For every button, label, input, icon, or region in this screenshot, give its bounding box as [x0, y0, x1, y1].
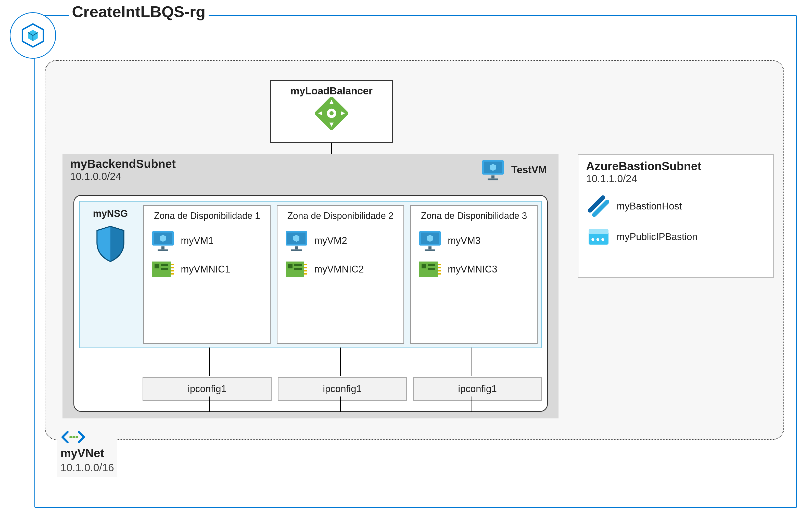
svg-rect-36 [428, 247, 431, 250]
public-ip-icon [587, 227, 610, 247]
az3-vm: myVM3 [416, 226, 532, 255]
bastion-subnet-box: AzureBastionSubnet 10.1.1.0/24 myBastion… [578, 154, 774, 278]
svg-rect-43 [438, 267, 441, 268]
availability-zone-2: Zona de Disponibilidade 2 myVM2 [277, 205, 404, 344]
az1-nic: myVMNIC1 [149, 255, 265, 283]
vnet-name: myVNet [61, 446, 114, 460]
svg-rect-20 [171, 270, 174, 271]
svg-rect-21 [171, 273, 174, 274]
svg-rect-42 [438, 264, 441, 265]
az2-nic: myVMNIC2 [282, 255, 399, 283]
svg-rect-30 [304, 264, 307, 265]
shield-icon [94, 224, 127, 263]
svg-point-2 [75, 436, 78, 438]
nic-icon [418, 259, 442, 279]
az1-nic-label: myVMNIC1 [181, 264, 230, 275]
svg-rect-29 [294, 268, 302, 270]
bastion-subnet-name: AzureBastionSubnet [586, 159, 766, 173]
svg-rect-41 [428, 268, 435, 270]
availability-zone-1: Zona de Disponibilidade 1 myVM1 [143, 205, 270, 344]
svg-rect-44 [438, 270, 441, 271]
resource-group-badge [10, 12, 56, 59]
svg-rect-15 [154, 264, 159, 268]
svg-rect-25 [291, 250, 302, 252]
connector-z3-ip [472, 347, 472, 376]
svg-rect-45 [438, 273, 441, 274]
svg-point-0 [69, 436, 72, 438]
load-balancer-icon [315, 97, 348, 130]
vm-icon [418, 229, 442, 252]
vm-icon [151, 229, 175, 252]
svg-point-48 [591, 238, 594, 241]
availability-zone-3: Zona de Disponibilidade 3 myVM3 [410, 205, 538, 344]
bastion-host-row: myBastionHost [586, 190, 766, 222]
bastion-subnet-cidr: 10.1.1.0/24 [586, 173, 766, 184]
backend-subnet-name: myBackendSubnet [70, 157, 551, 171]
nsg-container: myNSG Zona de Disponibilidade 1 [73, 195, 548, 412]
connector-ip2-out [340, 397, 341, 412]
vnet-tag: myVNet 10.1.0.0/16 [57, 430, 117, 477]
ipconfig-2: ipconfig1 [278, 377, 407, 401]
svg-rect-33 [304, 273, 307, 274]
resource-group-title: CreateIntLBQS-rg [69, 3, 209, 21]
vnet-icon [61, 430, 86, 444]
svg-point-50 [601, 238, 604, 241]
bastion-pip-label: myPublicIPBastion [617, 231, 697, 242]
svg-rect-16 [161, 264, 168, 266]
svg-rect-39 [422, 264, 426, 268]
nic-icon [284, 259, 309, 279]
connector-ip1-out [209, 397, 210, 412]
svg-rect-9 [487, 179, 498, 181]
diagram-canvas: CreateIntLBQS-rg myVNet 10.1.0.0/16 myLo… [0, 0, 812, 521]
connector-ip3-out [472, 397, 472, 412]
test-vm-row: TestVM [481, 158, 547, 181]
svg-rect-18 [171, 264, 174, 265]
svg-rect-17 [161, 268, 168, 270]
svg-rect-19 [171, 267, 174, 268]
az1-vm-label: myVM1 [181, 235, 214, 246]
vm-icon [284, 229, 309, 252]
svg-rect-8 [492, 176, 495, 179]
bastion-icon [587, 195, 610, 218]
az3-nic: myVMNIC3 [416, 255, 532, 283]
ipconfig-row: ipconfig1 ipconfig1 ipconfig1 [79, 377, 542, 401]
test-vm-label: TestVM [511, 164, 547, 176]
az3-vm-label: myVM3 [448, 235, 481, 246]
svg-point-5 [330, 111, 334, 115]
vnet-cidr: 10.1.0.0/16 [61, 461, 114, 474]
svg-rect-32 [304, 270, 307, 271]
svg-point-1 [72, 436, 75, 438]
load-balancer-label: myLoadBalancer [290, 85, 373, 97]
az1-title: Zona de Disponibilidade 1 [149, 210, 265, 221]
svg-rect-28 [294, 264, 302, 266]
vm-icon [481, 158, 505, 181]
az2-title: Zona de Disponibilidade 2 [282, 210, 399, 221]
nic-icon [151, 259, 175, 279]
svg-rect-40 [428, 264, 435, 266]
az3-nic-label: myVMNIC3 [448, 264, 497, 275]
svg-rect-24 [295, 247, 298, 250]
ipconfig-1: ipconfig1 [143, 377, 271, 401]
bastion-pip-row: myPublicIPBastion [586, 222, 766, 251]
az1-vm: myVM1 [149, 226, 265, 255]
nsg-band: myNSG Zona de Disponibilidade 1 [79, 201, 542, 348]
bastion-host-label: myBastionHost [617, 201, 682, 212]
load-balancer-box: myLoadBalancer [270, 81, 393, 143]
backend-subnet-cidr: 10.1.0.0/24 [70, 171, 551, 182]
nsg-panel: myNSG [83, 205, 137, 344]
connector-z2-ip [340, 347, 341, 376]
nsg-label: myNSG [93, 208, 128, 219]
svg-rect-37 [425, 250, 435, 252]
svg-rect-27 [288, 264, 292, 268]
svg-rect-31 [304, 267, 307, 268]
ipconfig-3: ipconfig1 [413, 377, 542, 401]
az2-vm: myVM2 [282, 226, 399, 255]
connector-z1-ip [209, 347, 210, 376]
az3-title: Zona de Disponibilidade 3 [416, 210, 532, 221]
svg-rect-13 [158, 250, 168, 252]
az2-nic-label: myVMNIC2 [314, 264, 364, 275]
svg-rect-12 [162, 247, 165, 250]
resource-group-icon [18, 20, 48, 51]
az2-vm-label: myVM2 [314, 235, 347, 246]
svg-rect-47 [589, 229, 608, 234]
